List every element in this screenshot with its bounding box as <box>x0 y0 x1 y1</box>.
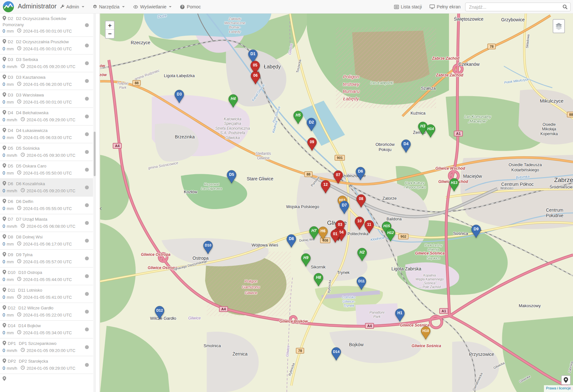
sidebar-collapse-handle[interactable]: ‹ <box>100 203 104 214</box>
map-marker-H2[interactable]: H2 <box>357 248 367 261</box>
chevron-down-icon <box>122 6 125 7</box>
station-list-item[interactable]: D4D4 Łukasiewicza 0mm 2024-01-05 06:03:0… <box>0 126 93 143</box>
map-marker-11[interactable]: 11 <box>364 220 374 234</box>
station-list-item[interactable]: DP2DP2 Starołęcka 0mm/h 2024-01-05 09:29… <box>0 356 93 374</box>
map-marker-09[interactable]: 09 <box>307 137 317 151</box>
locate-button[interactable] <box>561 375 571 385</box>
menu-item-admin[interactable]: Admin <box>60 4 84 9</box>
map-pin-icon <box>3 358 6 365</box>
station-list-item[interactable]: DP1DP1 Szczepankowo 0mm/h 2024-01-05 09:… <box>0 338 93 356</box>
map-marker-D5[interactable]: D5 <box>227 170 236 184</box>
map-marker-H7[interactable]: H7 <box>309 226 319 240</box>
map-marker-H10[interactable]: H10 <box>421 326 431 340</box>
map-marker-12[interactable]: 12 <box>321 180 330 194</box>
station-list-item[interactable]: D10D10 Ostropa 0mm 2024-01-05 05:44:00 U… <box>0 267 93 285</box>
station-timestamp: 2024-01-05 05:50:00 UTC <box>23 170 72 176</box>
station-list-item[interactable]: D14D14 Bojków 0mm 2024-01-05 05:34:00 UT… <box>0 321 93 338</box>
search-input[interactable] <box>465 5 563 10</box>
map-marker-H14[interactable]: H14 <box>426 124 435 138</box>
map-marker-H13[interactable]: H13 <box>449 178 459 192</box>
map-marker-01[interactable]: 01 <box>330 229 340 243</box>
map-marker-D9[interactable]: D9 <box>471 225 481 238</box>
station-unit: mm/h <box>7 188 17 194</box>
map-marker-H1[interactable]: H1 <box>395 308 405 322</box>
station-status-dot <box>85 239 89 243</box>
map-marker-D7[interactable]: D7 <box>339 201 349 214</box>
station-name: DP2 Starołęcka <box>19 359 48 364</box>
station-status-dot <box>85 23 89 27</box>
station-list-item[interactable]: D5D5 Oskara Caro 0mm 2024-01-05 05:50:00… <box>0 161 93 179</box>
station-list-item[interactable]: D3D3 Kasztanowa 0mm 2024-01-05 06:20:00 … <box>0 72 93 90</box>
zoom-in-button[interactable]: + <box>106 21 114 30</box>
station-list-item[interactable]: D12D12 Wilcze Gardło 0mm 2024-01-05 05:2… <box>0 303 93 321</box>
zoom-out-button[interactable]: − <box>106 30 114 38</box>
attribution-link[interactable]: Prawa i licencje <box>546 386 571 390</box>
map-marker-H6[interactable]: H6 <box>318 226 328 240</box>
station-value: 0 <box>3 135 5 141</box>
map-marker-D4[interactable]: D4 <box>401 139 411 153</box>
map-marker-08[interactable]: 08 <box>356 194 366 208</box>
topbar-action-lista-stacji[interactable]: Lista stacji <box>394 4 422 9</box>
station-code: D14 <box>8 323 16 328</box>
station-status-dot <box>85 97 89 101</box>
station-unit: mm <box>7 276 14 283</box>
menu-item-pomoc[interactable]: ?Pomoc <box>180 4 201 9</box>
sidebar-scrollbar[interactable] <box>93 14 96 392</box>
menu-item-wyświetlanie[interactable]: Wyświetlanie <box>133 4 172 9</box>
map-marker-10[interactable]: 10 <box>355 216 364 230</box>
station-list-item[interactable]: D3D3 Warcisława 0mm 2024-01-05 00:01:00 … <box>0 90 93 108</box>
topbar-action-pełny-ekran[interactable]: Pełny ekran <box>430 4 461 9</box>
map-marker-06[interactable]: 06 <box>251 71 260 85</box>
map-marker-D11[interactable]: D11 <box>357 276 366 290</box>
map-marker-H5[interactable]: H5 <box>293 111 303 124</box>
station-list-item[interactable]: D6D6 Delfin 0mm 2024-01-05 05:55:00 UTC <box>0 196 93 214</box>
map-marker-H12[interactable]: H12 <box>386 228 395 242</box>
station-status-dot <box>85 310 89 314</box>
map-marker-H8[interactable]: H8 <box>314 273 323 286</box>
layers-icon <box>555 22 563 30</box>
station-code: D4 <box>8 128 13 133</box>
map-pin-icon <box>3 57 6 63</box>
station-sidebar: D2D2 Oczyszczalnia Ścieków Pomorzany 0mm… <box>0 14 100 392</box>
layers-button[interactable] <box>553 19 565 33</box>
scrollbar-thumb[interactable] <box>94 132 96 176</box>
map-marker-H9[interactable]: H9 <box>301 253 311 267</box>
map-marker-D10[interactable]: D10 <box>203 241 213 254</box>
station-list-item[interactable]: D4D4 Bełchatowska 0mm/h 2024-01-05 09:29… <box>0 108 93 126</box>
map-marker-D3[interactable]: D3 <box>174 90 184 103</box>
station-status-dot <box>85 61 89 65</box>
station-name: D5 Sośnicka <box>16 146 40 151</box>
map-pin-icon <box>3 234 6 240</box>
station-unit: mm/h <box>7 117 17 123</box>
map-canvas[interactable]: RzeczyceLigota ŁabędzkaŁabędyŚwiętoszowi… <box>100 14 573 392</box>
station-list-item[interactable]: D3D3 Serbska 0mm/h 2024-01-05 09:20:00 U… <box>0 55 93 72</box>
station-list-item[interactable]: D9D9 Tylna 0mm 2024-01-05 05:57:00 UTC <box>0 250 93 267</box>
station-list-item[interactable]: D11D11 Lotnisko 0mm 2024-01-05 05:41:00 … <box>0 285 93 303</box>
clock-icon <box>21 152 25 158</box>
marker-label: D9 <box>471 225 481 234</box>
map-marker-H4[interactable]: H4 <box>228 94 238 108</box>
svg-text:?: ? <box>182 5 183 9</box>
map-attribution: Prawa i licencje <box>544 385 573 392</box>
menu-item-narzędzia[interactable]: Narzędzia <box>93 4 125 9</box>
map-marker-D6[interactable]: D6 <box>356 167 365 180</box>
map-marker-D14[interactable]: D14 <box>331 347 341 361</box>
station-list-item[interactable]: D8D8 Dolnej Wsi 0mm 2024-01-05 06:17:00 … <box>0 232 93 250</box>
station-list-item[interactable]: D2D2 Oczyszczalnia Ścieków Pomorzany 0mm… <box>0 14 93 37</box>
search-icon[interactable] <box>563 5 568 9</box>
map-marker-D8[interactable]: D8 <box>286 234 296 248</box>
station-timestamp: 2024-01-05 06:20:00 UTC <box>23 81 72 87</box>
station-status-dot <box>85 79 89 83</box>
map-marker-07[interactable]: 07 <box>333 170 343 184</box>
map-pin-icon <box>3 305 6 311</box>
marker-label: D4 <box>401 139 411 149</box>
map-marker-D2[interactable]: D2 <box>307 118 316 131</box>
clock-icon <box>17 135 21 141</box>
station-list-item[interactable]: D7D7 Urząd Miasta 0mm/h 2024-01-05 06:08… <box>0 214 93 232</box>
station-list-item[interactable]: D2D2 Oczyszczalnia Pruszków 0mm 2024-01-… <box>0 37 93 55</box>
station-list-item[interactable] <box>0 374 93 392</box>
station-list-item[interactable]: D5D5 Sośnicka 0mm/h 2024-01-05 09:30:00 … <box>0 143 93 161</box>
station-list-item[interactable]: D6D6 Koszalińska 0mm/h 2024-01-05 09:20:… <box>0 179 93 196</box>
station-status-dot <box>85 274 89 278</box>
map-marker-D12[interactable]: D12 <box>155 306 164 319</box>
